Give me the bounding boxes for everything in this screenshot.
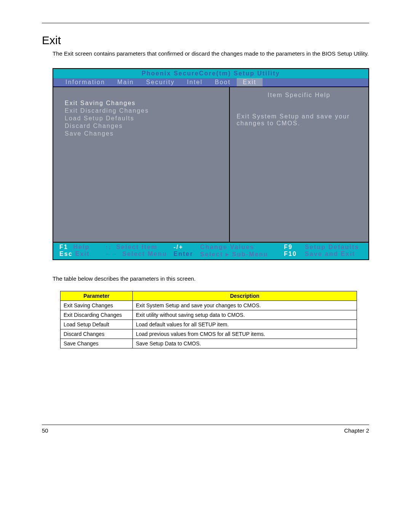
bios-tab-intel[interactable]: Intel [181,78,209,86]
document-page: Exit The Exit screen contains parameters… [0,0,411,449]
page-number: 50 [42,427,48,434]
table-row: Exit Discarding Changes Exit utility wit… [61,310,357,320]
table-row: Save Changes Save Setup Data to CMOS. [61,339,357,348]
bios-menu: Exit Saving Changes Exit Discarding Chan… [53,87,230,242]
label-change-values: Change Values [200,244,284,251]
cell-param: Exit Discarding Changes [61,310,133,320]
table-header-row: Parameter Description [61,291,357,301]
leftright-icon: ←→ [105,251,117,257]
label-exit: Exit [75,251,90,257]
label-select-menu: Select Menu [122,251,167,257]
bios-tab-bar: Information Main Security Intel Boot Exi… [53,78,368,86]
cell-desc: Exit System Setup and save your changes … [133,301,357,310]
bios-title: Phoenix SecureCore(tm) Setup Utility [53,69,368,78]
cell-param: Discard Changes [61,329,133,339]
label-save-exit: Save and Exit [305,251,355,258]
menu-exit-saving[interactable]: Exit Saving Changes [65,99,229,107]
bios-tab-boot[interactable]: Boot [209,78,237,86]
key-enter: Enter [174,251,200,258]
menu-discard-changes[interactable]: Discard Changes [65,122,229,130]
page-footer: 50 Chapter 2 [42,425,369,434]
menu-save-changes[interactable]: Save Changes [65,130,229,137]
bios-help-pane: Item Specific Help Exit System Setup and… [230,87,368,242]
cell-param: Load Setup Default [61,320,133,329]
cell-desc: Load default values for all SETUP item. [133,320,357,329]
label-select-item: Select Item [116,244,158,250]
bios-tab-information[interactable]: Information [59,78,111,86]
cell-desc: Save Setup Data to CMOS. [133,339,357,348]
parameter-table: Parameter Description Exit Saving Change… [60,291,357,348]
chapter-label: Chapter 2 [344,427,369,434]
cell-desc: Exit utility without saving setup data t… [133,310,357,320]
footer-row-2: Esc Exit ←→ Select Menu Enter Select ▸ S… [59,251,362,258]
help-title: Item Specific Help [237,92,362,99]
table-row: Load Setup Default Load default values f… [61,320,357,329]
menu-exit-discarding[interactable]: Exit Discarding Changes [65,107,229,115]
bios-tab-main[interactable]: Main [111,78,140,86]
section-title: Exit [42,34,369,47]
help-body: Exit System Setup and save your changes … [237,113,362,127]
table-row: Exit Saving Changes Exit System Setup an… [61,301,357,310]
bios-footer: F1 Help ↑↓ Select Item -/+ Change Values… [53,243,368,259]
top-rule [42,23,369,23]
table-note: The table below describes the parameters… [53,275,369,282]
th-parameter: Parameter [61,291,133,301]
key-esc: Esc [59,251,73,257]
label-select-submenu: Select ▸ Sub-Menu [200,251,284,258]
bios-tab-exit[interactable]: Exit [237,78,262,86]
bios-body: Exit Saving Changes Exit Discarding Chan… [53,86,368,243]
bios-tab-security[interactable]: Security [140,78,181,86]
key-plusminus: -/+ [174,244,200,251]
updown-icon: ↑↓ [105,244,111,250]
key-f9: F9 [284,244,305,251]
th-description: Description [133,291,357,301]
label-setup-defaults: Setup Defaults [305,244,359,251]
cell-param: Save Changes [61,339,133,348]
key-f10: F10 [284,251,305,258]
bios-screenshot: Phoenix SecureCore(tm) Setup Utility Inf… [53,68,369,260]
key-f1: F1 [59,244,68,250]
table-row: Discard Changes Load previous values fro… [61,329,357,339]
label-help: Help [73,244,89,250]
section-intro: The Exit screen contains parameters that… [53,50,369,58]
cell-param: Exit Saving Changes [61,301,133,310]
menu-load-defaults[interactable]: Load Setup Defaults [65,115,229,122]
footer-row-1: F1 Help ↑↓ Select Item -/+ Change Values… [59,244,362,251]
cell-desc: Load previous values from CMOS for all S… [133,329,357,339]
